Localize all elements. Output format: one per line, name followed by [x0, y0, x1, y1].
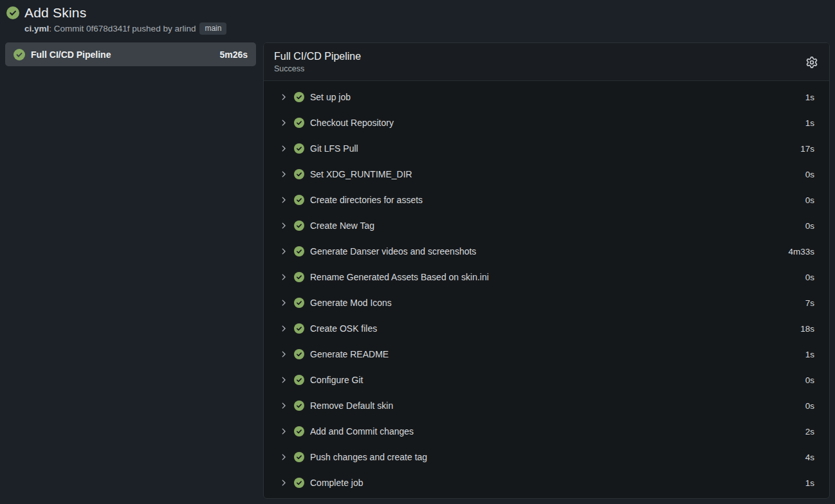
step-name: Complete job — [310, 478, 800, 488]
check-circle-icon — [294, 478, 304, 488]
step-name: Checkout Repository — [310, 118, 800, 128]
chevron-right-icon — [279, 195, 288, 204]
step-row[interactable]: Create New Tag 0s — [279, 213, 814, 239]
step-name: Rename Generated Assets Based on skin.in… — [310, 272, 800, 282]
check-circle-icon — [294, 272, 304, 282]
step-row[interactable]: Complete job 1s — [279, 470, 814, 496]
chevron-right-icon — [279, 170, 288, 179]
step-duration: 0s — [805, 170, 814, 179]
check-circle-icon — [294, 375, 304, 385]
panel-header: Full CI/CD Pipeline Success — [264, 43, 829, 81]
check-circle-icon — [294, 349, 304, 359]
step-row[interactable]: Add and Commit changes 2s — [279, 419, 814, 444]
job-name: Full CI/CD Pipeline — [31, 50, 214, 60]
step-duration: 1s — [805, 350, 814, 359]
commit-info-text: : Commit 0f678d341f pushed by arlind — [49, 24, 196, 33]
check-circle-icon — [294, 169, 304, 179]
step-row[interactable]: Set up job 1s — [279, 84, 814, 110]
step-duration: 18s — [800, 324, 814, 334]
step-name: Add and Commit changes — [310, 426, 800, 437]
step-row[interactable]: Create OSK files 18s — [279, 316, 814, 341]
step-duration: 0s — [805, 195, 814, 205]
run-subtitle: ci.yml: Commit 0f678d341f pushed by arli… — [24, 22, 226, 35]
panel-job-title: Full CI/CD Pipeline — [274, 50, 805, 62]
step-row[interactable]: Configure Git 0s — [279, 367, 814, 393]
step-row[interactable]: Generate Danser videos and screenshots 4… — [279, 239, 814, 264]
job-status-text: Success — [274, 64, 805, 74]
step-duration: 4m33s — [788, 247, 814, 256]
step-duration: 2s — [805, 427, 814, 437]
step-row[interactable]: Checkout Repository 1s — [279, 110, 814, 136]
page-title: Add Skins — [24, 5, 226, 21]
check-circle-icon — [14, 49, 25, 60]
run-layout: Full CI/CD Pipeline 5m26s Full CI/CD Pip… — [0, 39, 835, 499]
check-circle-icon — [294, 298, 304, 308]
chevron-right-icon — [279, 273, 288, 282]
step-row[interactable]: Set XDG_RUNTIME_DIR 0s — [279, 161, 814, 187]
step-duration: 0s — [805, 221, 814, 231]
check-circle-icon — [294, 246, 304, 256]
chevron-right-icon — [279, 93, 288, 102]
step-row[interactable]: Generate Mod Icons 7s — [279, 290, 814, 316]
step-row[interactable]: Generate README 1s — [279, 341, 814, 367]
chevron-right-icon — [279, 144, 288, 153]
step-name: Set XDG_RUNTIME_DIR — [310, 169, 800, 179]
check-circle-icon — [294, 143, 304, 154]
job-duration: 5m26s — [219, 50, 248, 60]
chevron-right-icon — [279, 324, 288, 333]
check-circle-icon — [294, 452, 304, 462]
gear-icon — [806, 57, 818, 68]
step-name: Remove Default skin — [310, 401, 800, 411]
check-circle-icon — [294, 92, 304, 102]
step-duration: 0s — [805, 273, 814, 282]
chevron-right-icon — [279, 298, 288, 307]
check-circle-icon — [294, 118, 304, 128]
step-duration: 1s — [805, 93, 814, 102]
step-row[interactable]: Rename Generated Assets Based on skin.in… — [279, 264, 814, 290]
step-row[interactable]: Create directories for assets 0s — [279, 187, 814, 213]
run-header: Add Skins ci.yml: Commit 0f678d341f push… — [0, 0, 835, 39]
sidebar-job-full-ci-cd-pipeline[interactable]: Full CI/CD Pipeline 5m26s — [5, 42, 256, 66]
step-name: Create directories for assets — [310, 195, 800, 205]
jobs-sidebar: Full CI/CD Pipeline 5m26s — [5, 42, 256, 66]
step-duration: 1s — [805, 118, 814, 128]
step-name: Configure Git — [310, 375, 800, 385]
check-circle-icon — [294, 323, 304, 334]
branch-badge[interactable]: main — [199, 22, 226, 35]
check-circle-icon — [294, 401, 304, 411]
chevron-right-icon — [279, 401, 288, 410]
check-circle-icon — [294, 221, 304, 231]
steps-list: Set up job 1s Checkout Repository 1s — [264, 81, 829, 498]
check-circle-icon — [294, 195, 304, 205]
job-settings-button[interactable] — [805, 55, 819, 69]
chevron-right-icon — [279, 350, 288, 359]
step-name: Generate Danser videos and screenshots — [310, 246, 782, 256]
chevron-right-icon — [279, 427, 288, 436]
chevron-right-icon — [279, 375, 288, 384]
step-name: Push changes and create tag — [310, 452, 800, 462]
chevron-right-icon — [279, 221, 288, 230]
step-duration: 17s — [800, 144, 814, 154]
step-name: Create New Tag — [310, 221, 800, 231]
chevron-right-icon — [279, 247, 288, 256]
step-duration: 0s — [805, 375, 814, 385]
job-detail-panel: Full CI/CD Pipeline Success — [263, 42, 830, 499]
step-name: Git LFS Pull — [310, 143, 794, 154]
step-row[interactable]: Push changes and create tag 4s — [279, 444, 814, 470]
step-duration: 1s — [805, 478, 814, 488]
step-name: Create OSK files — [310, 323, 794, 334]
chevron-right-icon — [279, 478, 288, 487]
workflow-file-label: ci.yml — [24, 24, 49, 33]
chevron-right-icon — [279, 453, 288, 462]
step-duration: 4s — [805, 453, 814, 462]
step-row[interactable]: Git LFS Pull 17s — [279, 136, 814, 161]
check-circle-icon — [294, 426, 304, 437]
step-name: Set up job — [310, 92, 800, 102]
step-duration: 0s — [805, 401, 814, 411]
step-name: Generate Mod Icons — [310, 298, 800, 308]
step-duration: 7s — [805, 298, 814, 308]
step-row[interactable]: Remove Default skin 0s — [279, 393, 814, 419]
check-circle-icon — [6, 6, 19, 19]
chevron-right-icon — [279, 118, 288, 127]
step-name: Generate README — [310, 349, 800, 359]
